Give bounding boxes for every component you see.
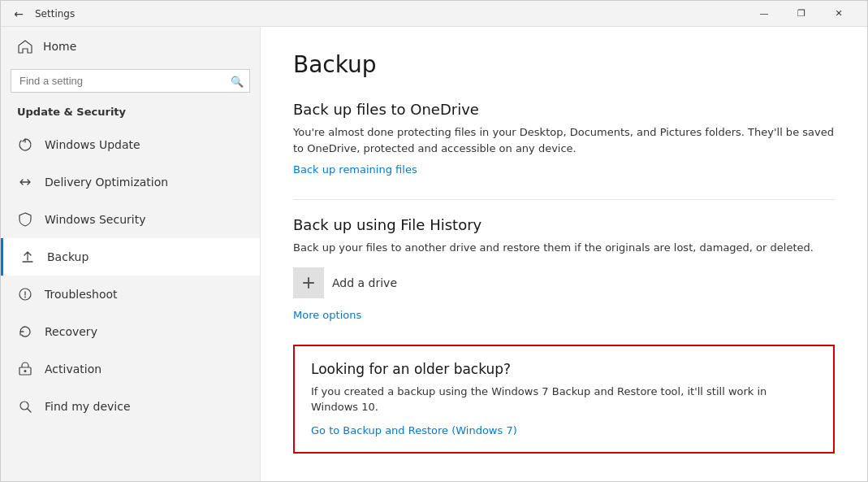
sidebar-item-find-my-device[interactable]: Find my device <box>1 388 260 425</box>
back-button[interactable]: ← <box>11 6 27 22</box>
backup-icon <box>19 249 36 265</box>
windows-update-label: Windows Update <box>45 138 140 151</box>
window-controls: — ❐ ✕ <box>745 1 857 27</box>
title-bar: ← Settings — ❐ ✕ <box>1 1 867 27</box>
older-backup-desc: If you created a backup using the Window… <box>311 384 817 415</box>
add-drive-label: Add a drive <box>332 276 397 289</box>
window-content: Home 🔍 Update & Security Windows Update <box>1 27 867 481</box>
sidebar-item-home[interactable]: Home <box>1 27 260 66</box>
backup-remaining-files-link[interactable]: Back up remaining files <box>293 163 417 176</box>
sidebar-item-windows-update[interactable]: Windows Update <box>1 126 260 163</box>
window-title: Settings <box>35 8 745 20</box>
sidebar-item-windows-security[interactable]: Windows Security <box>1 201 260 238</box>
home-icon <box>17 38 33 54</box>
troubleshoot-label: Troubleshoot <box>45 288 118 301</box>
more-options-link[interactable]: More options <box>293 309 361 321</box>
add-drive-button[interactable]: Add a drive <box>293 267 835 298</box>
search-container: 🔍 <box>11 69 250 93</box>
sidebar-item-troubleshoot[interactable]: Troubleshoot <box>1 276 260 313</box>
sidebar-item-delivery-optimization[interactable]: Delivery Optimization <box>1 163 260 201</box>
close-button[interactable]: ✕ <box>820 1 857 27</box>
section-divider-1 <box>293 199 835 200</box>
page-title: Backup <box>293 51 835 78</box>
section-title: Update & Security <box>1 102 260 126</box>
onedrive-section-title: Back up files to OneDrive <box>293 101 835 118</box>
add-drive-icon <box>293 267 324 298</box>
activation-icon <box>17 361 33 377</box>
search-icon: 🔍 <box>231 75 244 87</box>
search-input[interactable] <box>11 69 250 93</box>
delivery-optimization-icon <box>17 174 33 190</box>
svg-point-3 <box>20 402 28 410</box>
sidebar-item-activation[interactable]: Activation <box>1 350 260 388</box>
sidebar-item-backup[interactable]: Backup <box>1 238 260 276</box>
recovery-label: Recovery <box>45 325 97 338</box>
activation-label: Activation <box>45 363 101 376</box>
backup-label: Backup <box>47 250 89 263</box>
troubleshoot-icon <box>17 286 33 302</box>
find-my-device-label: Find my device <box>45 400 131 413</box>
maximize-button[interactable]: ❐ <box>783 1 820 27</box>
home-label: Home <box>43 40 76 53</box>
older-backup-title: Looking for an older backup? <box>311 361 817 377</box>
recovery-icon <box>17 324 33 340</box>
minimize-button[interactable]: — <box>745 1 783 27</box>
sidebar: Home 🔍 Update & Security Windows Update <box>1 27 261 481</box>
file-history-section-desc: Back up your files to another drive and … <box>293 240 835 256</box>
file-history-section-title: Back up using File History <box>293 216 835 233</box>
windows-security-icon <box>17 211 33 228</box>
find-my-device-icon <box>17 398 33 415</box>
windows-update-icon <box>17 137 33 153</box>
older-backup-box: Looking for an older backup? If you crea… <box>293 345 835 454</box>
svg-point-2 <box>24 370 27 372</box>
onedrive-section: Back up files to OneDrive You're almost … <box>293 101 835 176</box>
sidebar-item-recovery[interactable]: Recovery <box>1 313 260 350</box>
windows-security-label: Windows Security <box>45 213 145 226</box>
go-to-backup-restore-link[interactable]: Go to Backup and Restore (Windows 7) <box>311 424 517 436</box>
settings-window: ← Settings — ❐ ✕ Home 🔍 Update & Secur <box>0 0 868 482</box>
file-history-section: Back up using File History Back up your … <box>293 216 835 322</box>
delivery-optimization-label: Delivery Optimization <box>45 176 168 189</box>
main-content: Backup Back up files to OneDrive You're … <box>261 27 867 481</box>
onedrive-section-desc: You're almost done protecting files in y… <box>293 124 835 156</box>
